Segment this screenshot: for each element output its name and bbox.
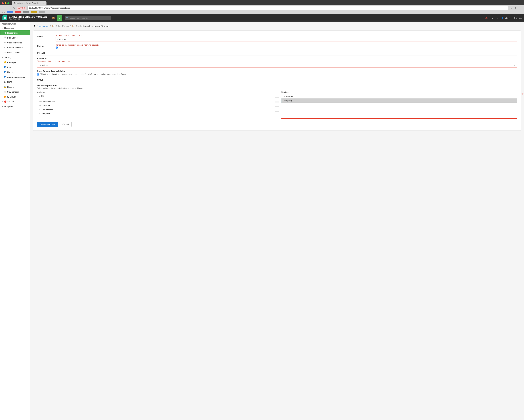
sidebar-item-routing-rules[interactable]: ⇄ Routing Rules bbox=[0, 50, 30, 55]
sidebar-ssl-label: SSL Certificates bbox=[7, 91, 22, 93]
sidebar-roles-label: Roles bbox=[7, 66, 12, 68]
refresh-icon-button[interactable]: ↻ bbox=[490, 16, 494, 20]
online-label: Online: bbox=[37, 44, 56, 47]
breadcrumb-repositories[interactable]: Repositories bbox=[37, 25, 49, 27]
blob-store-select[interactable]: mvn-store bbox=[37, 63, 517, 67]
breadcrumb-create-label: Create Repository: maven2 (group) bbox=[75, 25, 109, 27]
extension-icon[interactable]: ⚙ bbox=[514, 6, 517, 10]
online-checkbox-row bbox=[56, 46, 517, 49]
signout-icon: ↪ bbox=[512, 17, 514, 19]
forward-button[interactable]: → bbox=[7, 6, 11, 10]
sidebar-support-label: Support bbox=[7, 100, 15, 103]
form-actions: Create repository Cancel bbox=[37, 122, 517, 127]
sidebar-item-cleanup-policies[interactable]: ✏ Cleanup Policies bbox=[0, 40, 30, 45]
available-header: Available bbox=[37, 91, 273, 93]
members-box: mvn-hosted mvn-proxy bbox=[281, 94, 517, 119]
search-input[interactable] bbox=[65, 16, 111, 20]
create-repository-button[interactable]: Create repository bbox=[37, 122, 58, 127]
transfer-right-button[interactable]: › bbox=[275, 97, 279, 102]
transfer-down-button[interactable]: ∨ bbox=[275, 107, 279, 112]
sidebar-item-content-selectors[interactable]: ◈ Content Selectors bbox=[0, 45, 30, 50]
sidebar-item-iq-server[interactable]: 🔶 IQ Server bbox=[0, 94, 30, 99]
sidebar-group-repository[interactable]: ▼ Repository bbox=[0, 26, 30, 30]
active-tab[interactable]: Repositories - Nexus Reposito... ✕ bbox=[12, 1, 46, 5]
filter-row: ▼ bbox=[37, 94, 273, 98]
breadcrumb: 🗄 Repositories / 📋 Select Recipe / 📋 Cre… bbox=[33, 25, 521, 27]
list-item[interactable]: maven-public bbox=[37, 111, 273, 116]
ldap-icon: 🗂 bbox=[4, 81, 6, 83]
sidebar-group-system[interactable]: ▶ ⚙ System bbox=[0, 104, 30, 109]
list-item[interactable]: maven-releases bbox=[37, 107, 273, 111]
nav-gear-icon[interactable]: ⚙ bbox=[57, 15, 62, 21]
sidebar-realms-label: Realms bbox=[7, 86, 14, 88]
new-tab-button[interactable]: + bbox=[48, 2, 52, 5]
breadcrumb-sep-1: / bbox=[50, 25, 51, 27]
member-item-mvn-proxy[interactable]: mvn-proxy bbox=[281, 98, 517, 103]
sidebar-item-ldap[interactable]: 🗂 LDAP bbox=[0, 80, 30, 84]
filter-input[interactable] bbox=[41, 95, 272, 97]
sidebar-item-blob-stores[interactable]: 💾 Blob Stores bbox=[0, 35, 30, 40]
list-item[interactable]: maven-snapshots bbox=[37, 99, 273, 103]
traffic-lights[interactable] bbox=[2, 2, 9, 4]
bookmark-color-4 bbox=[31, 11, 37, 13]
sidebar-system-icon: ⚙ bbox=[4, 105, 6, 107]
group-section-title: Group bbox=[37, 79, 517, 82]
online-checkbox[interactable] bbox=[56, 46, 58, 49]
tab-close-button[interactable]: ✕ bbox=[42, 2, 44, 4]
list-item[interactable]: maven-central bbox=[37, 103, 273, 107]
cancel-button[interactable]: Cancel bbox=[60, 122, 72, 127]
reload-button[interactable]: ↻ bbox=[12, 6, 16, 10]
maximize-button[interactable] bbox=[7, 2, 9, 4]
name-label: Name: bbox=[37, 34, 56, 38]
signout-button[interactable]: ↪ Sign out bbox=[512, 17, 522, 19]
bookmark-color-2 bbox=[15, 11, 21, 13]
validation-check-row: Validate that all content uploaded to th… bbox=[37, 73, 517, 75]
bookmark-more[interactable]: ... bbox=[47, 11, 49, 14]
users-icon: 👤 bbox=[4, 71, 6, 73]
app-title: Sonatype Nexus Repository Manager OSS 3.… bbox=[9, 16, 47, 20]
form-container: Name: A unique identifier for this repos… bbox=[33, 30, 521, 131]
alert-icon-button[interactable]: ⚠ bbox=[484, 15, 489, 20]
sidebar-routing-rules-label: Routing Rules bbox=[7, 52, 20, 54]
back-button[interactable]: ← bbox=[2, 6, 6, 10]
minimize-button[interactable] bbox=[5, 2, 7, 4]
help-icon-button[interactable]: ? bbox=[496, 16, 499, 20]
sidebar-item-privileges[interactable]: 🔑 Privileges bbox=[0, 60, 30, 65]
bookmark-color-1 bbox=[7, 11, 13, 13]
sidebar-item-users[interactable]: 👤 Users bbox=[0, 70, 30, 75]
transfer-left-button[interactable]: ‹ bbox=[275, 102, 279, 107]
address-bar[interactable] bbox=[27, 6, 508, 10]
sidebar-item-realms[interactable]: 🔒 Realms bbox=[0, 84, 30, 89]
bookmark-apps[interactable]: 应用 bbox=[2, 11, 5, 14]
strict-validation-checkbox[interactable] bbox=[37, 73, 39, 75]
bookmarks-bar: 应用 ... bbox=[0, 11, 524, 14]
nav-box-icon[interactable]: 📦 bbox=[51, 15, 56, 21]
header-right: ⚠ ↻ ? 👤 admin ↪ Sign out bbox=[484, 15, 522, 20]
user-icon: 👤 bbox=[501, 17, 504, 19]
sidebar-item-ssl-certificates[interactable]: 📋 SSL Certificates bbox=[0, 89, 30, 94]
sidebar-security-label: Security bbox=[4, 56, 12, 59]
sidebar-group-support[interactable]: ▶ 🔴 Support bbox=[0, 99, 30, 104]
sidebar-users-label: Users bbox=[7, 71, 12, 73]
bookmark-star-button[interactable]: ☆ bbox=[509, 6, 513, 10]
security-label: 不安全 bbox=[20, 7, 25, 9]
online-row: Online: If checked, the repository accep… bbox=[37, 44, 517, 49]
content-area: 🗄 Repositories / 📋 Select Recipe / 📋 Cre… bbox=[30, 22, 524, 420]
members-list-wrapper: Members mvn-hosted mvn-proxy 注意顺序 bbox=[281, 91, 517, 119]
sidebar-ldap-label: LDAP bbox=[7, 81, 12, 83]
sidebar-repositories-label: Repositories bbox=[7, 32, 18, 34]
close-button[interactable] bbox=[2, 2, 4, 4]
breadcrumb-select-recipe-label: Select Recipe bbox=[56, 25, 69, 27]
username-label: admin bbox=[505, 17, 510, 19]
name-input[interactable] bbox=[56, 37, 517, 41]
breadcrumb-create-repository: 📋 Create Repository: maven2 (group) bbox=[72, 25, 109, 27]
sidebar-item-repositories[interactable]: 🗄 Repositories bbox=[0, 30, 30, 35]
validation-label: Strict Content Type Validation: bbox=[37, 70, 517, 72]
sidebar-item-anonymous-access[interactable]: 👤 Anonymous Access bbox=[0, 75, 30, 80]
sidebar-item-roles[interactable]: 👤 Roles bbox=[0, 65, 30, 70]
member-item-mvn-hosted[interactable]: mvn-hosted bbox=[281, 94, 517, 98]
sidebar-section-security: ▼ Security 🔑 Privileges 👤 Roles 👤 Users … bbox=[0, 55, 30, 94]
online-hint: If checked, the repository accepts incom… bbox=[56, 44, 517, 46]
menu-button[interactable]: ⋮ bbox=[518, 6, 522, 10]
sidebar-group-security[interactable]: ▼ Security bbox=[0, 55, 30, 60]
